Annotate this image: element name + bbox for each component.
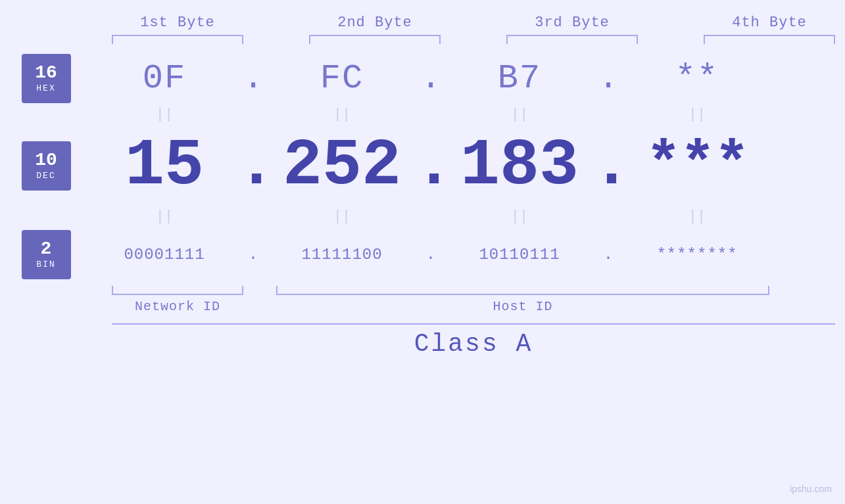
dec-value-2: 252: [270, 129, 414, 203]
equals-2-3: ||: [447, 208, 592, 225]
equals-1-1: ||: [92, 106, 237, 123]
bracket-top-2: [309, 35, 441, 44]
watermark: ipshu.com: [790, 484, 832, 494]
equals-1-2: ||: [270, 106, 414, 123]
hex-value-2: FC: [270, 59, 414, 98]
dec-badge-label: DEC: [36, 171, 55, 181]
equals-2-2: ||: [270, 208, 414, 225]
bracket-bottom-network: [112, 286, 243, 295]
equals-2-1: ||: [92, 208, 237, 225]
bracket-bottom-host: [276, 286, 769, 295]
equals-2-4: ||: [625, 208, 769, 225]
byte-label-2: 2nd Byte: [309, 14, 441, 31]
bin-badge-number: 2: [41, 240, 52, 258]
bracket-top-1: [112, 35, 243, 44]
hex-dot-3: .: [592, 59, 625, 98]
dec-badge: 10 DEC: [22, 141, 71, 191]
bin-value-3: 10110111: [447, 246, 592, 263]
hex-badge: 16 HEX: [22, 54, 71, 103]
hex-value-1: 0F: [92, 59, 237, 98]
network-id-label: Network ID: [112, 299, 243, 314]
bin-dot-2: .: [414, 246, 447, 263]
bracket-top-4: [704, 35, 835, 44]
hex-value-3: B7: [447, 59, 592, 98]
bin-badge-label: BIN: [36, 260, 55, 269]
dec-dot-2: .: [414, 129, 447, 203]
equals-1-4: ||: [625, 106, 769, 123]
bracket-top-3: [506, 35, 638, 44]
hex-value-4: **: [625, 59, 769, 98]
byte-label-3: 3rd Byte: [506, 14, 638, 31]
dec-badge-number: 10: [35, 151, 57, 170]
hex-dot-2: .: [414, 59, 447, 98]
dec-dot-3: .: [592, 129, 625, 203]
bin-value-2: 11111100: [270, 246, 414, 263]
class-label: Class A: [112, 330, 835, 358]
dec-value-4: ***: [625, 132, 769, 199]
hex-dot-1: .: [237, 59, 270, 98]
equals-1-3: ||: [447, 106, 592, 123]
bin-dot-1: .: [237, 246, 270, 263]
hex-badge-label: HEX: [36, 83, 55, 93]
hex-badge-number: 16: [35, 64, 57, 82]
byte-label-1: 1st Byte: [112, 14, 243, 31]
bin-badge: 2 BIN: [22, 230, 71, 279]
bin-value-4: ********: [625, 246, 769, 263]
dec-value-3: 183: [447, 129, 592, 203]
class-line: [112, 323, 835, 325]
byte-label-4: 4th Byte: [704, 14, 835, 31]
dec-dot-1: .: [237, 129, 270, 203]
bin-value-1: 00001111: [92, 246, 237, 263]
bin-dot-3: .: [592, 246, 625, 263]
main-container: 1st Byte 2nd Byte 3rd Byte 4th Byte 16 H…: [0, 0, 845, 504]
host-id-label: Host ID: [276, 299, 769, 314]
dec-value-1: 15: [92, 129, 237, 203]
